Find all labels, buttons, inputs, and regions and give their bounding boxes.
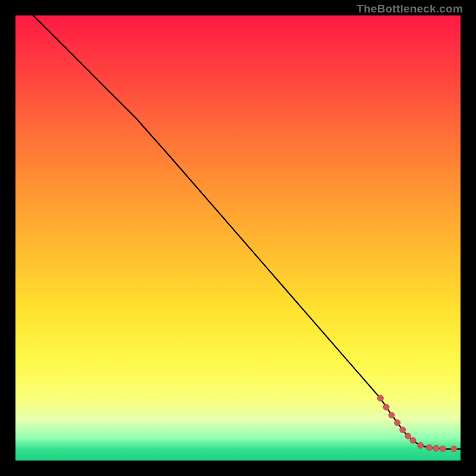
curve-marker — [383, 404, 389, 410]
chart-stage: TheBottleneck.com — [0, 0, 476, 476]
chart-svg — [15, 15, 461, 461]
curve-marker — [405, 433, 411, 439]
curve-marker — [427, 444, 433, 450]
curve-marker — [440, 446, 446, 452]
curve-marker — [394, 419, 400, 425]
curve-marker — [418, 443, 424, 449]
curve-marker — [389, 412, 394, 418]
curve-marker — [400, 427, 406, 433]
bottleneck-curve — [33, 15, 461, 449]
watermark-text: TheBottleneck.com — [356, 2, 463, 15]
curve-marker — [410, 437, 416, 443]
curve-marker — [451, 446, 457, 452]
curve-marker — [377, 395, 383, 401]
curve-marker — [433, 445, 439, 451]
